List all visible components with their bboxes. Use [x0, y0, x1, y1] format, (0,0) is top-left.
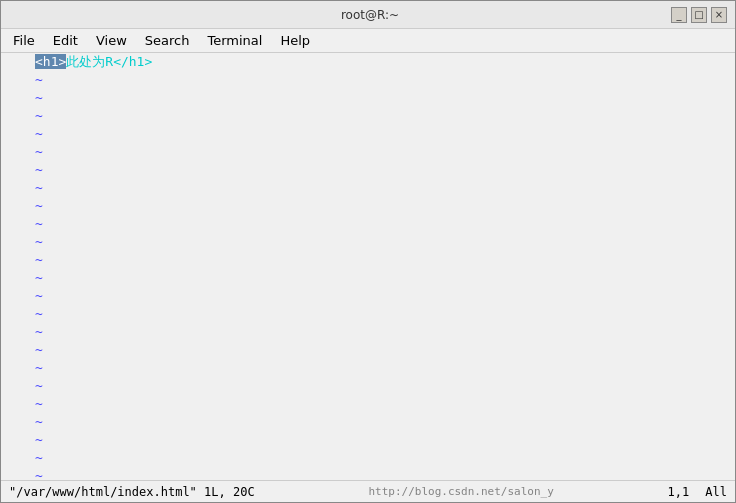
tilde-line-24: ~: [1, 467, 735, 480]
tilde-line-23: ~: [1, 449, 735, 467]
tilde-line-7: ~: [1, 161, 735, 179]
tilde-line-4: ~: [1, 107, 735, 125]
tilde-line-15: ~: [1, 305, 735, 323]
window-controls[interactable]: _ □ ×: [671, 7, 727, 23]
tilde-line-9: ~: [1, 197, 735, 215]
status-position: 1,1 All: [668, 485, 727, 499]
tilde-line-3: ~: [1, 89, 735, 107]
close-button[interactable]: ×: [711, 7, 727, 23]
tilde-line-10: ~: [1, 215, 735, 233]
line-text: 此处为R</h1>: [66, 54, 152, 69]
status-url: http://blog.csdn.net/salon_y: [368, 485, 553, 498]
menu-terminal[interactable]: Terminal: [199, 31, 270, 50]
window-title: root@R:~: [69, 8, 671, 22]
menu-help[interactable]: Help: [272, 31, 318, 50]
tilde-line-8: ~: [1, 179, 735, 197]
terminal-window: root@R:~ _ □ × File Edit View Search Ter…: [0, 0, 736, 503]
editor-lines: <h1>此处为R</h1> ~ ~ ~ ~ ~ ~ ~ ~ ~ ~ ~ ~ ~ …: [1, 53, 735, 480]
tilde-line-14: ~: [1, 287, 735, 305]
tilde-line-5: ~: [1, 125, 735, 143]
editor-area[interactable]: <h1>此处为R</h1> ~ ~ ~ ~ ~ ~ ~ ~ ~ ~ ~ ~ ~ …: [1, 53, 735, 480]
scroll-position: All: [705, 485, 727, 499]
tilde-line-19: ~: [1, 377, 735, 395]
menu-file[interactable]: File: [5, 31, 43, 50]
menu-edit[interactable]: Edit: [45, 31, 86, 50]
maximize-button[interactable]: □: [691, 7, 707, 23]
editor-row-1: <h1>此处为R</h1>: [1, 53, 735, 71]
tilde-line-16: ~: [1, 323, 735, 341]
cursor-position: 1,1: [668, 485, 690, 499]
minimize-button[interactable]: _: [671, 7, 687, 23]
tilde-line-22: ~: [1, 431, 735, 449]
tag-open: <h1>: [35, 54, 66, 69]
tilde-line-20: ~: [1, 395, 735, 413]
title-bar: root@R:~ _ □ ×: [1, 1, 735, 29]
tilde-line-2: ~: [1, 71, 735, 89]
menu-search[interactable]: Search: [137, 31, 198, 50]
tilde-line-13: ~: [1, 269, 735, 287]
status-file-info: "/var/www/html/index.html" 1L, 20C: [9, 485, 255, 499]
menu-bar: File Edit View Search Terminal Help: [1, 29, 735, 53]
tilde-line-12: ~: [1, 251, 735, 269]
status-bar: "/var/www/html/index.html" 1L, 20C http:…: [1, 480, 735, 502]
line-number-1: [1, 53, 31, 71]
tilde-line-18: ~: [1, 359, 735, 377]
tilde-line-11: ~: [1, 233, 735, 251]
tilde-line-21: ~: [1, 413, 735, 431]
line-content-1: <h1>此处为R</h1>: [31, 53, 735, 71]
tilde-line-6: ~: [1, 143, 735, 161]
menu-view[interactable]: View: [88, 31, 135, 50]
tilde-line-17: ~: [1, 341, 735, 359]
